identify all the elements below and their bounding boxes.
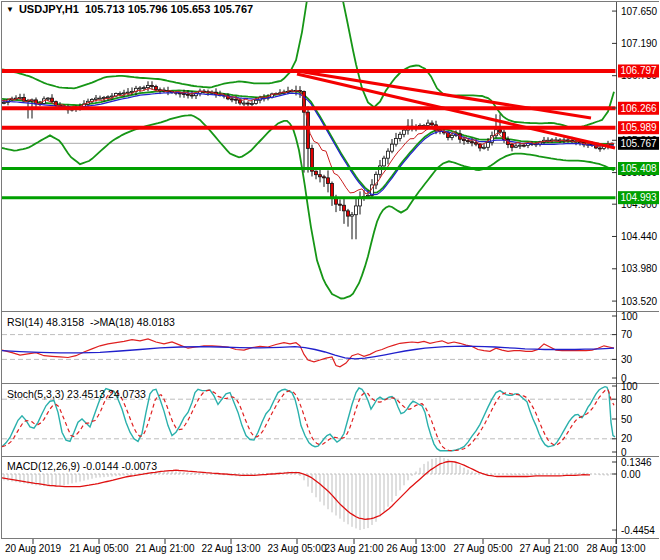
main-price-panel[interactable] (2, 0, 616, 299)
svg-text:104.440: 104.440 (621, 231, 658, 242)
price-level-badge: 104.993 (618, 191, 659, 204)
trendline-2 (297, 71, 591, 118)
price-level-badge: 106.266 (618, 102, 659, 115)
svg-text:104.993: 104.993 (620, 192, 657, 203)
svg-text:26 Aug 13:00: 26 Aug 13:00 (387, 543, 446, 554)
svg-text:80: 80 (621, 394, 633, 405)
svg-text:107.650: 107.650 (621, 6, 658, 17)
svg-text:23 Aug 21:00: 23 Aug 21:00 (325, 543, 384, 554)
svg-text:20: 20 (621, 433, 633, 444)
svg-text:106.797: 106.797 (620, 65, 657, 76)
svg-text:106.266: 106.266 (620, 103, 657, 114)
svg-text:70: 70 (621, 329, 633, 340)
price-chart-canvas[interactable]: 107.650107.190106.730106.270105.810105.3… (0, 0, 660, 560)
svg-text:21 Aug 05:00: 21 Aug 05:00 (70, 543, 129, 554)
current-price-badge: 105.767 (618, 137, 659, 150)
svg-text:0.1346: 0.1346 (621, 457, 652, 468)
svg-text:100: 100 (621, 311, 638, 322)
svg-text:23 Aug 05:00: 23 Aug 05:00 (268, 543, 327, 554)
macd-indicator-label: MACD(12,26,9) -0.0144 -0.0073 (7, 460, 157, 472)
price-level-badge: 105.989 (618, 121, 659, 134)
svg-text:-0.4454: -0.4454 (621, 525, 655, 536)
chart-window: ▼ USDJPY,H1 105.713 105.796 105.653 105.… (0, 0, 660, 560)
svg-text:30: 30 (621, 354, 633, 365)
price-level-badge: 106.797 (618, 64, 659, 77)
svg-text:28 Aug 13:00: 28 Aug 13:00 (587, 543, 646, 554)
chart-title: USDJPY,H1 105.713 105.796 105.653 105.76… (19, 3, 253, 15)
symbol-dropdown-arrow-icon[interactable]: ▼ (6, 5, 14, 14)
stoch-indicator-label: Stoch(5,3,3) 23.4513 24.0733 (7, 388, 146, 400)
svg-text:100: 100 (621, 381, 638, 392)
rsi-indicator-label: RSI(14) 48.3158 ->MA(18) 48.0183 (7, 316, 175, 328)
svg-text:27 Aug 05:00: 27 Aug 05:00 (454, 543, 513, 554)
price-level-badge: 105.408 (618, 162, 659, 175)
svg-text:27 Aug 21:00: 27 Aug 21:00 (520, 543, 579, 554)
svg-text:22 Aug 13:00: 22 Aug 13:00 (202, 543, 261, 554)
time-axis[interactable]: 20 Aug 201921 Aug 05:0021 Aug 21:0022 Au… (5, 539, 646, 554)
svg-text:105.767: 105.767 (620, 138, 657, 149)
svg-text:21 Aug 21:00: 21 Aug 21:00 (136, 543, 195, 554)
rsi-panel[interactable] (2, 335, 616, 367)
svg-text:105.989: 105.989 (620, 122, 657, 133)
svg-text:107.190: 107.190 (621, 38, 658, 49)
svg-text:20 Aug 2019: 20 Aug 2019 (5, 543, 62, 554)
svg-text:105.408: 105.408 (620, 163, 657, 174)
svg-text:103.980: 103.980 (621, 263, 658, 274)
svg-text:0.00: 0.00 (621, 469, 641, 480)
title-bar: ▼ USDJPY,H1 105.713 105.796 105.653 105.… (6, 3, 253, 15)
svg-text:103.520: 103.520 (621, 296, 658, 307)
svg-text:50: 50 (621, 414, 633, 425)
